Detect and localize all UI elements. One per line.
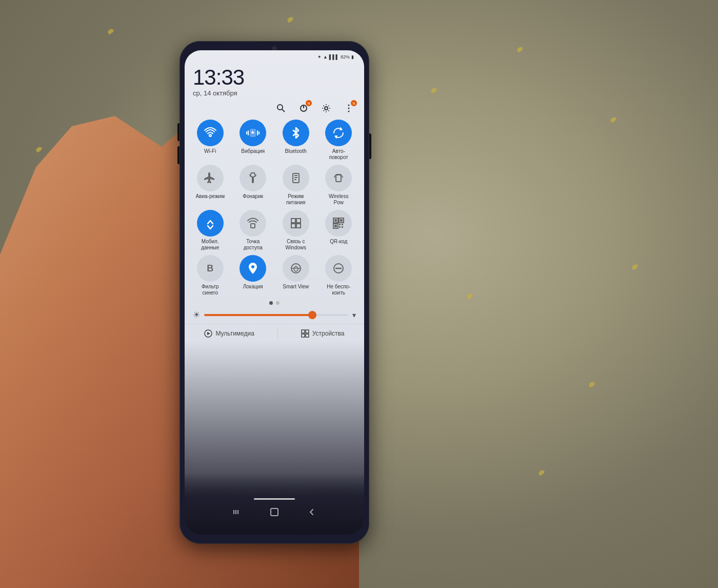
settings-icon[interactable] xyxy=(319,101,333,115)
tile-hotspot[interactable]: Точка доступа xyxy=(234,210,273,251)
leaf-decoration xyxy=(287,16,294,23)
tile-blue-filter[interactable]: B Фильтр синего xyxy=(191,255,230,296)
svg-marker-43 xyxy=(207,332,210,335)
devices-button[interactable]: Устройства xyxy=(301,329,345,338)
nav-divider xyxy=(277,328,278,339)
devices-label: Устройства xyxy=(312,330,345,337)
power-button[interactable]: N xyxy=(296,101,311,115)
recents-button[interactable] xyxy=(228,503,246,521)
wifi-tile-label: Wi-Fi xyxy=(204,148,216,154)
windows-tile-label: Связь с Windows xyxy=(281,239,311,251)
page-indicator xyxy=(185,296,364,308)
volume-up-button[interactable] xyxy=(177,123,180,141)
home-bar xyxy=(254,498,295,500)
flashlight-tile-icon xyxy=(240,165,266,191)
svg-rect-51 xyxy=(271,508,278,516)
tile-power-mode[interactable]: Режим питания xyxy=(276,165,315,206)
tile-vibration[interactable]: Вибрация xyxy=(234,120,273,161)
leaf-decoration xyxy=(35,146,43,152)
home-button[interactable] xyxy=(265,503,284,521)
leaf-decoration xyxy=(466,293,473,300)
svg-rect-31 xyxy=(340,219,343,222)
brightness-expand-icon[interactable]: ▾ xyxy=(352,311,356,319)
more-button[interactable]: N xyxy=(342,101,356,115)
phone-screen: ✦ ▲ ▌▌▌ 82% ▮ 13:33 ср, 14 октября xyxy=(185,50,364,535)
svg-rect-35 xyxy=(342,224,343,225)
svg-rect-29 xyxy=(334,219,337,222)
multimedia-button[interactable]: Мультимедиа xyxy=(204,329,254,338)
bluetooth-tile-label: Bluetooth xyxy=(285,148,307,154)
dot-1 xyxy=(269,301,273,305)
vibration-tile-icon xyxy=(240,120,266,146)
mobile-data-tile-label: Мобил. данные xyxy=(195,239,226,251)
brightness-slider-track[interactable] xyxy=(204,314,348,316)
bluetooth-tile-icon xyxy=(283,120,309,146)
tile-wifi[interactable]: Wi-Fi xyxy=(191,120,230,161)
quick-tiles-grid: Wi-Fi Вибрация Bluetooth xyxy=(185,120,364,296)
autorotate-tile-label: Авто-поворот xyxy=(323,148,354,161)
mobile-data-tile-icon xyxy=(197,210,224,237)
autorotate-tile-icon xyxy=(325,120,352,146)
qrcode-tile-label: QR-код xyxy=(330,239,347,245)
time-section: 13:33 ср, 14 октября xyxy=(185,62,364,99)
blue-filter-tile-label: Фильтр синего xyxy=(195,284,226,296)
back-button[interactable] xyxy=(303,503,321,521)
tile-autorotate[interactable]: Авто-поворот xyxy=(320,120,358,161)
tile-smart-view[interactable]: Smart View xyxy=(276,255,315,296)
phone-body: ✦ ▲ ▌▌▌ 82% ▮ 13:33 ср, 14 октября xyxy=(180,41,369,544)
hotspot-tile-label: Точка доступа xyxy=(237,239,268,251)
tile-mobile-data[interactable]: Мобил. данные xyxy=(191,210,230,251)
tile-qrcode[interactable]: QR-код xyxy=(320,210,358,251)
tile-windows[interactable]: Связь с Windows xyxy=(276,210,315,251)
svg-rect-25 xyxy=(296,219,301,223)
screen-content: ✦ ▲ ▌▌▌ 82% ▮ 13:33 ср, 14 октября xyxy=(185,50,364,535)
power-badge: N xyxy=(306,100,312,106)
wifi-status-icon: ▲ xyxy=(323,54,328,60)
dnd-tile-label: Не беспо-коить xyxy=(323,284,354,296)
power-button-physical[interactable] xyxy=(369,133,371,159)
flashlight-tile-label: Фонарик xyxy=(243,193,263,200)
leaf-decoration xyxy=(588,381,595,387)
tile-airplane[interactable]: Авиа-режим xyxy=(191,165,230,206)
svg-line-15 xyxy=(249,174,250,175)
tile-bluetooth[interactable]: Bluetooth xyxy=(276,120,315,161)
clock-date: ср, 14 октября xyxy=(193,89,356,97)
dot-2 xyxy=(276,301,280,305)
svg-rect-26 xyxy=(291,224,295,228)
leaf-decoration xyxy=(610,116,617,123)
airplane-tile-icon xyxy=(197,165,224,191)
bluetooth-status-icon: ✦ xyxy=(317,54,322,60)
airplane-tile-label: Авиа-режим xyxy=(195,193,225,200)
battery-icon: ▮ xyxy=(351,54,354,60)
svg-point-5 xyxy=(348,105,350,106)
brightness-slider-fill xyxy=(204,314,312,316)
bottom-nav-bar: Мультимедиа Устройства xyxy=(185,324,364,341)
svg-rect-45 xyxy=(306,330,309,333)
brightness-slider-thumb[interactable] xyxy=(308,311,316,319)
svg-rect-34 xyxy=(339,224,341,225)
smart-view-tile-icon xyxy=(283,255,309,282)
location-tile-icon xyxy=(240,255,266,282)
brightness-control[interactable]: ☀ ▾ xyxy=(185,308,364,322)
svg-rect-24 xyxy=(291,219,295,223)
search-icon[interactable] xyxy=(274,101,288,115)
blue-filter-tile-icon: B xyxy=(197,255,224,282)
toolbar: N N xyxy=(185,99,364,120)
volume-down-button[interactable] xyxy=(177,146,180,164)
location-tile-label: Локация xyxy=(243,284,263,290)
dnd-tile-icon xyxy=(325,255,352,282)
tile-location[interactable]: Локация xyxy=(234,255,273,296)
signal-status-icon: ▌▌▌ xyxy=(329,54,339,60)
tile-wireless-power[interactable]: Wireless Pow xyxy=(320,165,358,206)
wireless-power-tile-label: Wireless Pow xyxy=(323,193,354,206)
power-mode-tile-label: Режим питания xyxy=(281,193,311,206)
tile-flashlight[interactable]: Фонарик xyxy=(234,165,273,206)
svg-rect-36 xyxy=(339,226,341,228)
svg-line-16 xyxy=(255,174,256,175)
wireless-power-tile-icon xyxy=(325,165,352,191)
leaf-decoration xyxy=(538,469,545,476)
status-right: ✦ ▲ ▌▌▌ 82% ▮ xyxy=(317,54,354,60)
svg-rect-22 xyxy=(336,174,341,182)
tile-dnd[interactable]: Не беспо-коить xyxy=(320,255,358,296)
svg-rect-37 xyxy=(342,226,343,228)
